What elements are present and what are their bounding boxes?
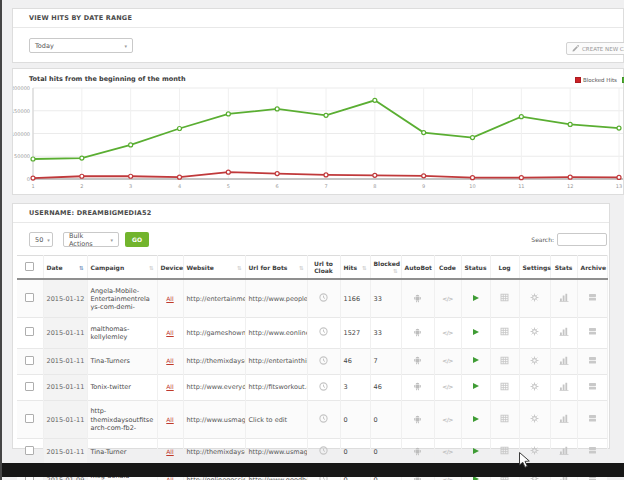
url-for-bots-cell[interactable]: Click to edit <box>245 400 307 438</box>
website-cell[interactable]: http://www.everydayfitnes... <box>183 374 245 400</box>
grid-icon[interactable] <box>500 327 509 336</box>
bulk-actions-select[interactable]: Bulk Actions ▾ <box>63 232 119 247</box>
grid-icon[interactable] <box>500 382 509 391</box>
select-all-checkbox[interactable] <box>25 262 34 271</box>
sort-icon[interactable]: ⇅ <box>299 265 304 271</box>
page-size-select[interactable]: 50 ▾ <box>29 232 53 247</box>
chart-legend: Blocked Hits Valid Hits <box>575 77 624 83</box>
website-cell[interactable]: http://gameshownews.net <box>183 318 245 348</box>
play-icon[interactable] <box>473 416 479 422</box>
android-icon[interactable] <box>413 381 422 391</box>
code-icon[interactable]: </> <box>442 329 453 336</box>
archive-icon[interactable] <box>588 327 597 336</box>
row-checkbox[interactable] <box>25 327 34 336</box>
bar-chart-icon[interactable] <box>559 293 569 302</box>
android-icon[interactable] <box>413 414 422 424</box>
col-device[interactable]: Device <box>157 256 183 280</box>
gear-icon[interactable] <box>530 293 539 302</box>
clock-icon[interactable] <box>319 382 328 391</box>
svg-text:2: 2 <box>80 183 83 189</box>
sort-icon[interactable]: ⇅ <box>237 265 242 271</box>
row-checkbox[interactable] <box>25 356 34 365</box>
col-hits[interactable]: Hits⇅ <box>340 256 370 280</box>
play-icon[interactable] <box>473 448 479 454</box>
url-for-bots-cell[interactable]: http://www.usmagazine.c... <box>245 439 307 465</box>
clock-icon[interactable] <box>319 356 328 365</box>
clock-icon[interactable] <box>319 414 328 423</box>
bar-chart-icon[interactable] <box>559 356 569 365</box>
android-icon[interactable] <box>413 293 422 303</box>
app-window: VIEW HITS BY DATE RANGE Today ▾ CREATE N… <box>0 0 624 480</box>
gear-icon[interactable] <box>530 327 539 336</box>
device-link[interactable]: All <box>166 416 173 423</box>
device-link[interactable]: All <box>166 383 173 390</box>
bar-chart-icon[interactable] <box>559 382 569 391</box>
col-blocked[interactable]: Blocked⇅ <box>370 256 401 280</box>
row-checkbox[interactable] <box>25 446 34 455</box>
sort-icon[interactable]: ⇅ <box>393 268 398 274</box>
code-icon[interactable]: </> <box>442 416 453 423</box>
bar-chart-icon[interactable] <box>559 327 569 336</box>
url-for-bots-cell[interactable]: http://www.eonline.com/n... <box>245 318 307 348</box>
archive-icon[interactable] <box>588 382 597 391</box>
android-icon[interactable] <box>413 355 422 365</box>
play-icon[interactable] <box>473 295 479 301</box>
android-icon[interactable] <box>413 446 422 456</box>
campaigns-panel: USERNAME: DREAMBIGMEDIA52 50 ▾ Bulk Acti… <box>12 203 610 449</box>
row-checkbox[interactable] <box>25 382 34 391</box>
row-checkbox[interactable] <box>25 293 34 302</box>
device-link[interactable]: All <box>166 448 173 455</box>
grid-icon[interactable] <box>500 293 509 302</box>
device-link[interactable]: All <box>166 329 173 336</box>
archive-icon[interactable] <box>588 356 597 365</box>
grid-icon[interactable] <box>500 446 509 455</box>
bar-chart-icon[interactable] <box>559 446 569 455</box>
col-date[interactable]: Date⇅ <box>43 256 87 280</box>
row-checkbox[interactable] <box>25 414 34 423</box>
url-for-bots-cell[interactable]: http://fitsworkout.com/ <box>245 374 307 400</box>
clock-icon[interactable] <box>319 293 328 302</box>
stats-cell <box>550 348 577 374</box>
col-url-for-bots[interactable]: Url for Bots⇅ <box>245 256 307 280</box>
website-cell[interactable]: http://themixdaysoutfitser... <box>183 348 245 374</box>
clock-icon[interactable] <box>319 446 328 455</box>
archive-icon[interactable] <box>588 414 597 423</box>
code-icon[interactable]: </> <box>442 383 453 390</box>
bar-chart-icon[interactable] <box>559 414 569 423</box>
sort-icon[interactable]: ⇅ <box>149 265 154 271</box>
sort-icon[interactable]: ⇅ <box>362 265 367 271</box>
clock-icon[interactable] <box>319 327 328 336</box>
col-campaign[interactable]: Campaign⇅ <box>87 256 157 280</box>
url-for-bots-cell[interactable]: http://www.people.com/ar... <box>245 279 307 318</box>
search-input[interactable] <box>557 233 607 246</box>
device-link[interactable]: All <box>166 357 173 364</box>
device-cell: All <box>157 400 183 438</box>
device-link[interactable]: All <box>166 295 173 302</box>
go-button[interactable]: GO <box>125 232 149 247</box>
play-icon[interactable] <box>473 383 479 389</box>
col-website[interactable]: Website⇅ <box>183 256 245 280</box>
archive-icon[interactable] <box>588 446 597 455</box>
gear-icon[interactable] <box>530 414 539 423</box>
play-icon[interactable] <box>473 329 479 335</box>
gear-icon[interactable] <box>530 382 539 391</box>
col-url-to-cloak[interactable]: Url to Cloak <box>307 256 340 280</box>
android-icon[interactable] <box>413 327 422 337</box>
create-campaign-button[interactable]: CREATE NEW CAMPAIGN <box>566 42 624 55</box>
url-for-bots-cell[interactable]: http://entertainthis.usatod... <box>245 348 307 374</box>
svg-text:9: 9 <box>422 183 425 189</box>
grid-icon[interactable] <box>500 356 509 365</box>
date-range-select[interactable]: Today ▾ <box>29 38 133 53</box>
gear-icon[interactable] <box>530 356 539 365</box>
play-icon[interactable] <box>473 357 479 363</box>
sort-icon[interactable]: ⇅ <box>79 265 84 271</box>
archive-icon[interactable] <box>588 293 597 302</box>
grid-icon[interactable] <box>500 414 509 423</box>
code-icon[interactable]: </> <box>442 357 453 364</box>
website-cell[interactable]: http://themixdaysoutfitser... <box>183 439 245 465</box>
website-cell[interactable]: http://entertainmentrelays... <box>183 279 245 318</box>
website-cell[interactable]: http://www.usmagazine.c... <box>183 400 245 438</box>
code-icon[interactable]: </> <box>442 448 453 455</box>
code-icon[interactable]: </> <box>442 295 453 302</box>
campaign-cell: Tonix-twitter <box>87 374 157 400</box>
